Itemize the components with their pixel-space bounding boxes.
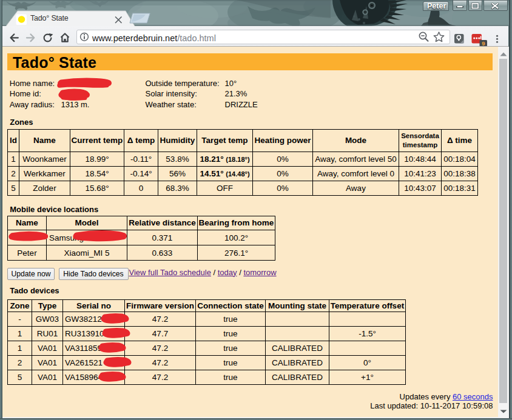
svg-text:9: 9 [482, 40, 485, 46]
